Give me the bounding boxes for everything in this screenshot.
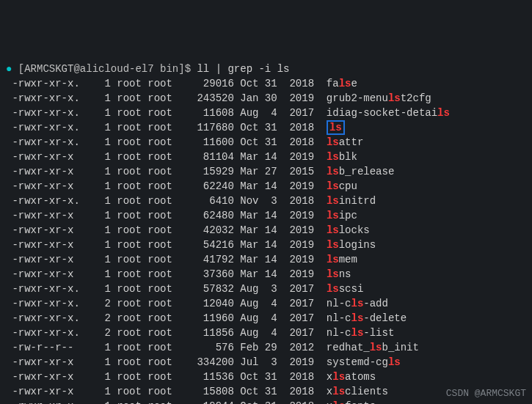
file-row: -rwxr-xr-x 1 root root 334200 Jul 3 2019… — [6, 355, 526, 370]
highlight-box: ls — [327, 120, 345, 135]
grep-match: ls — [332, 400, 345, 404]
file-row: -rwxr-xr-x. 1 root root 57832 Aug 3 2017… — [6, 282, 526, 296]
grep-match: ls — [327, 210, 339, 221]
file-row: -rwxr-xr-x 1 root root 11536 Oct 31 2018… — [6, 370, 526, 384]
grep-match: ls — [437, 107, 450, 119]
file-row: -rwxr-xr-x 1 root root 15929 Mar 27 2015… — [6, 164, 526, 179]
file-row: -rwxr-xr-x. 2 root root 12040 Aug 4 2017… — [6, 296, 526, 311]
file-row: -rwxr-xr-x. 2 root root 11960 Aug 4 2017… — [6, 311, 526, 326]
file-row: -rwxr-xr-x. 1 root root 6410 Nov 3 2018 … — [6, 194, 526, 208]
grep-match: ls — [370, 342, 382, 353]
grep-match: ls — [329, 122, 342, 133]
grep-match: ls — [327, 166, 339, 177]
grep-match: ls — [388, 356, 401, 368]
file-row: -rwxr-xr-x 1 root root 62480 Mar 14 2019… — [6, 208, 526, 223]
grep-match: ls — [327, 239, 339, 251]
grep-match: ls — [327, 283, 339, 295]
file-row: -rwxr-xr-x 1 root root 37360 Mar 14 2019… — [6, 267, 526, 282]
prompt-user-host: [ARMCSKGT@alicloud-el7 bin]$ — [18, 63, 197, 75]
grep-match: ls — [327, 136, 339, 148]
grep-match: ls — [351, 298, 363, 309]
grep-match: ls — [351, 327, 363, 339]
terminal-output: ● [ARMCSKGT@alicloud-el7 bin]$ ll | grep… — [6, 62, 526, 404]
watermark: CSDN @ARMCSKGT — [446, 386, 526, 401]
grep-match: ls — [327, 224, 339, 236]
grep-match: ls — [327, 195, 339, 207]
grep-match: ls — [388, 92, 401, 104]
file-row: -rwxr-xr-x. 2 root root 11856 Aug 4 2017… — [6, 326, 526, 340]
grep-match: ls — [327, 151, 339, 163]
grep-match: ls — [327, 254, 339, 265]
grep-match: ls — [332, 386, 345, 397]
file-row: -rwxr-xr-x 1 root root 81104 Mar 14 2019… — [6, 150, 526, 164]
grep-match: ls — [351, 312, 363, 324]
file-row: -rw-r--r-- 1 root root 576 Feb 29 2012 r… — [6, 340, 526, 355]
file-row: -rwxr-xr-x 1 root root 62240 Mar 14 2019… — [6, 179, 526, 194]
file-row: -rwxr-xr-x. 1 root root 117680 Oct 31 20… — [6, 120, 526, 135]
grep-match: ls — [327, 180, 339, 192]
grep-match: ls — [332, 371, 345, 383]
command-text: ll | grep -i ls — [197, 63, 289, 75]
grep-match: ls — [339, 78, 351, 89]
file-row: -rwxr-xr-x. 1 root root 243520 Jan 30 20… — [6, 91, 526, 106]
file-row: -rwxr-xr-x 1 root root 41792 Mar 14 2019… — [6, 252, 526, 267]
file-row: -rwxr-xr-x. 1 root root 29016 Oct 31 201… — [6, 76, 526, 91]
file-row: -rwxr-xr-x. 1 root root 11608 Aug 4 2017… — [6, 106, 526, 120]
file-row: -rwxr-xr-x 1 root root 54216 Mar 14 2019… — [6, 238, 526, 252]
prompt-bullet-icon: ● — [6, 63, 12, 75]
file-row: -rwxr-xr-x. 1 root root 11600 Oct 31 201… — [6, 135, 526, 150]
file-row: -rwxr-xr-x 1 root root 42032 Mar 14 2019… — [6, 223, 526, 238]
grep-match: ls — [327, 268, 339, 280]
prompt-line[interactable]: ● [ARMCSKGT@alicloud-el7 bin]$ ll | grep… — [6, 62, 526, 76]
